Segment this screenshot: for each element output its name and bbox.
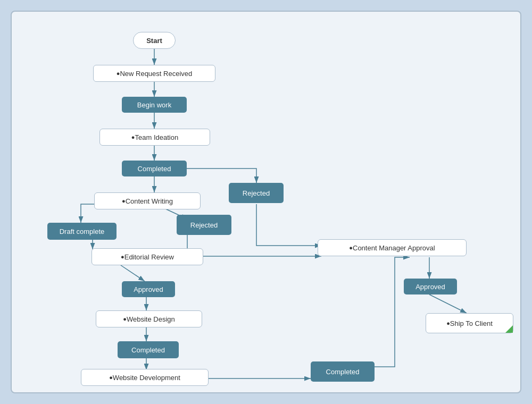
completed1-node: Completed	[122, 161, 187, 176]
content-writing-node: Content Writing	[94, 192, 201, 209]
rejected1-node: Rejected	[229, 183, 284, 203]
approved1-node: Approved	[122, 281, 175, 297]
flowchart-diagram: Start New Request Received Begin work Te…	[11, 11, 521, 393]
ship-to-client-node: Ship To Client	[426, 313, 513, 333]
rejected2-node: Rejected	[177, 215, 231, 235]
svg-line-6	[121, 265, 145, 281]
website-dev-node: Website Development	[81, 369, 209, 386]
begin-work-node: Begin work	[122, 97, 187, 113]
completed3-node: Completed	[311, 361, 375, 382]
team-ideation-node: Team Ideation	[99, 129, 210, 146]
approved2-node: Approved	[404, 279, 457, 294]
draft-complete-node: Draft complete	[47, 223, 117, 240]
start-node: Start	[133, 32, 176, 49]
completed2-node: Completed	[118, 341, 179, 358]
new-request-node: New Request Received	[93, 65, 215, 82]
website-design-node: Website Design	[96, 310, 202, 327]
editorial-review-node: Editorial Review	[92, 248, 203, 265]
svg-line-11	[429, 294, 467, 313]
content-mgr-approval-node: Content Manager Approval	[318, 239, 467, 256]
green-corner-indicator	[505, 325, 513, 333]
